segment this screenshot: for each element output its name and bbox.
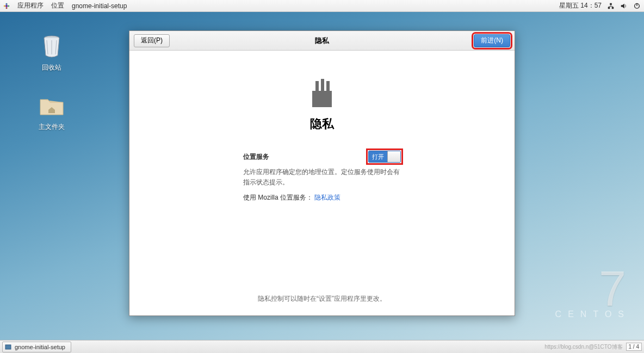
watermark-text: https://blog.csdn.n@51CTO博客 [544,343,622,351]
top-menu-bar: 应用程序 位置 gnome-initial-setup 星期五 14：57 [0,0,644,12]
dialog-footer-hint: 隐私控制可以随时在“设置”应用程序里更改。 [129,286,515,315]
trash-icon [38,32,66,60]
switch-on-label: 打开 [369,151,387,162]
privacy-hand-icon [302,71,342,110]
svg-rect-5 [608,7,610,9]
location-provider-line: 使用 Mozilla 位置服务： 隐私政策 [243,193,401,202]
location-service-section: 位置服务 打开 允许应用程序确定您的地理位置。定位服务使用时会有指示状态提示。 … [243,151,401,202]
svg-rect-6 [612,7,614,9]
svg-point-0 [5,4,8,7]
desktop-trash-label: 回收站 [27,63,76,72]
dialog-body: 隐私 位置服务 打开 允许应用程序确定您的地理位置。定位服务使用时会有指示状态提… [129,51,515,286]
menu-active-app[interactable]: gnome-initial-setup [72,2,127,10]
location-service-label: 位置服务 [243,152,269,162]
power-icon[interactable] [633,2,641,10]
location-service-switch[interactable]: 打开 [368,151,401,163]
svg-point-4 [6,7,8,9]
centos-wordmark: CENTOS [555,309,630,319]
location-provider-prefix: 使用 Mozilla 位置服务： [243,194,313,201]
svg-rect-11 [5,345,11,349]
taskbar-item-label: gnome-initial-setup [15,344,65,350]
clock-label[interactable]: 星期五 14：57 [559,1,602,10]
workspace-pager[interactable]: 1 / 4 [626,343,642,351]
distro-logo-icon [3,3,10,9]
folder-home-icon [38,91,66,119]
privacy-policy-link[interactable]: 隐私政策 [314,194,340,201]
svg-point-2 [8,5,9,7]
network-icon[interactable] [607,2,615,10]
menu-applications[interactable]: 应用程序 [17,1,44,10]
svg-rect-7 [610,3,612,5]
next-button[interactable]: 前进(N) [474,34,510,47]
desktop-home-folder[interactable]: 主文件夹 [27,91,76,132]
desktop-trash[interactable]: 回收站 [27,32,76,72]
desktop-home-label: 主文件夹 [27,122,76,132]
initial-setup-dialog: 返回(P) 隐私 前进(N) 隐私 位置服务 打开 允 [129,30,515,316]
dialog-title: 隐私 [129,36,515,46]
bottom-taskbar: gnome-initial-setup https://blog.csdn.n@… [0,340,644,353]
centos-version-number: 7 [555,272,630,306]
menu-places[interactable]: 位置 [51,1,64,10]
taskbar-item-initial-setup[interactable]: gnome-initial-setup [2,342,71,352]
centos-branding: 7 CENTOS [555,272,630,319]
switch-knob [387,151,400,162]
page-heading: 隐私 [310,116,334,132]
taskbar-item-icon [5,344,11,350]
svg-point-1 [4,5,5,7]
dialog-header-bar: 返回(P) 隐私 前进(N) [129,31,515,51]
back-button[interactable]: 返回(P) [134,34,170,47]
svg-point-3 [6,3,8,4]
desktop-area: 回收站 主文件夹 7 CENTOS 返回(P) 隐私 前进(N) 隐私 位置服务 [0,12,644,340]
volume-icon[interactable] [620,2,628,10]
location-service-description: 允许应用程序确定您的地理位置。定位服务使用时会有指示状态提示。 [243,167,401,188]
